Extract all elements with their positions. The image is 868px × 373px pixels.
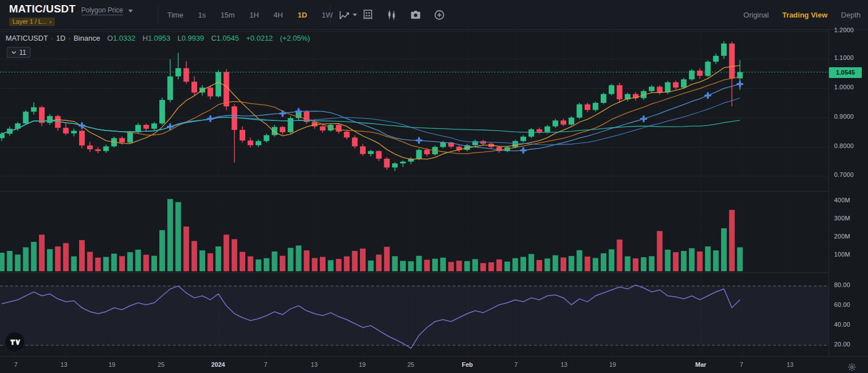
- price-axis-label: 1.1000: [834, 54, 854, 61]
- gear-icon[interactable]: [845, 361, 858, 373]
- change-percent: (+2.05%): [280, 34, 310, 42]
- time-axis-label: 19: [350, 361, 375, 368]
- time-axis-label: 13: [302, 361, 327, 368]
- time-axis-label: 19: [600, 361, 625, 368]
- time-axis-label: 19: [99, 361, 124, 368]
- time-axis-label: 25: [149, 361, 173, 368]
- legend-exchange: Binance: [73, 34, 100, 42]
- price-axis-label: 0.7000: [834, 171, 854, 178]
- high-value: 1.0953: [148, 34, 171, 42]
- volume-axis-label: 100M: [834, 251, 850, 258]
- time-axis-label: 7: [253, 361, 278, 368]
- tradingview-logo-icon: [10, 337, 20, 348]
- time-axis-label: Feb: [455, 361, 480, 368]
- change-value: +0.0212: [246, 34, 273, 42]
- open-value: 1.0332: [113, 34, 136, 42]
- time-axis-label: 13: [51, 361, 76, 368]
- price-axis[interactable]: 1.0545 1.20001.10001.00000.90000.80000.7…: [828, 30, 868, 373]
- price-axis-label: 0.9000: [834, 113, 854, 120]
- time-axis-label: 7: [504, 361, 528, 368]
- volume-axis-label: 200M: [834, 233, 850, 240]
- candlesticks: [0, 41, 743, 171]
- time-axis-label: Mar: [688, 361, 713, 368]
- volume-bars: [0, 199, 743, 271]
- price-axis-label: 1.2000: [834, 27, 854, 33]
- chart-area[interactable]: MATICUSDT·1D·Binance O1.0332 H1.0953 L0.…: [0, 30, 868, 373]
- rsi-axis-label: 60.00: [834, 301, 850, 308]
- chart-legend: MATICUSDT·1D·Binance O1.0332 H1.0953 L0.…: [6, 34, 310, 42]
- chevron-down-icon: [11, 51, 16, 54]
- trading-chart-canvas[interactable]: [0, 0, 868, 373]
- indicator-count: 11: [19, 49, 26, 57]
- legend-interval: 1D: [56, 34, 66, 42]
- time-axis[interactable]: 713192520247131925Feb71319Mar713: [0, 356, 868, 373]
- trading-terminal: MATIC/USDTPolygon Price Layer 1 / L...› …: [0, 0, 868, 373]
- rsi-axis-label: 40.00: [834, 321, 850, 328]
- tradingview-logo[interactable]: [5, 332, 25, 352]
- time-axis-label: 2024: [206, 361, 231, 368]
- indicators-collapse-badge[interactable]: 11: [7, 47, 31, 58]
- rsi-axis-label: 20.00: [834, 341, 850, 348]
- last-price-badge: 1.0545: [829, 67, 862, 78]
- time-axis-label: 13: [778, 361, 802, 368]
- open-label: O: [107, 34, 113, 42]
- close-label: C: [211, 34, 216, 42]
- time-axis-label: 7: [729, 361, 754, 368]
- price-axis-label: 0.8000: [834, 142, 854, 149]
- legend-symbol: MATICUSDT: [6, 34, 48, 42]
- time-axis-label: 7: [3, 361, 28, 368]
- close-value: 1.0545: [216, 34, 239, 42]
- volume-axis-label: 400M: [834, 197, 850, 203]
- volume-axis-label: 300M: [834, 215, 850, 222]
- time-axis-label: 13: [552, 361, 576, 368]
- rsi-axis-label: 80.00: [834, 281, 850, 288]
- rsi-band: [0, 286, 828, 345]
- high-label: H: [142, 34, 147, 42]
- low-value: 0.9939: [181, 34, 204, 42]
- time-axis-label: 25: [398, 361, 423, 368]
- price-axis-label: 1.0000: [834, 84, 854, 90]
